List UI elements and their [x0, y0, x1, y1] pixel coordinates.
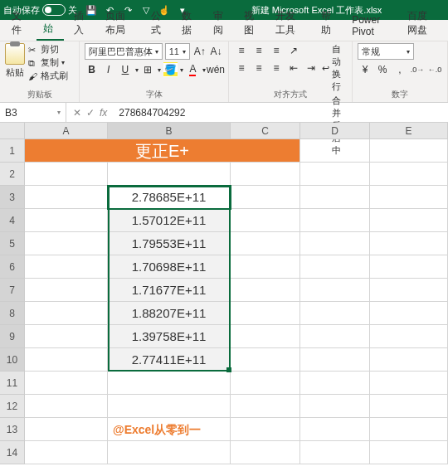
cell[interactable]: [231, 163, 300, 186]
increase-decimal-button[interactable]: .0→: [410, 62, 425, 77]
cell[interactable]: [300, 348, 370, 372]
font-color-button[interactable]: A: [186, 62, 200, 77]
indent-dec-button[interactable]: ⇤: [286, 61, 301, 75]
align-bottom-button[interactable]: ≡: [269, 43, 284, 58]
align-left-button[interactable]: ≡: [234, 61, 249, 75]
underline-button[interactable]: U: [118, 62, 132, 77]
cell[interactable]: [370, 232, 448, 255]
align-right-button[interactable]: ≡: [269, 61, 284, 75]
cell[interactable]: @Excel从零到一: [108, 418, 231, 441]
row-header[interactable]: 12: [0, 395, 25, 418]
cell[interactable]: 1.70698E+11: [108, 255, 231, 279]
percent-button[interactable]: %: [375, 62, 390, 77]
copy-button[interactable]: ⧉复制▾: [28, 56, 68, 69]
bold-button[interactable]: B: [85, 62, 99, 77]
tab-layout[interactable]: 页面布局: [99, 6, 141, 41]
row-header[interactable]: 2: [0, 163, 25, 186]
row-header[interactable]: 10: [0, 348, 25, 372]
spreadsheet-grid[interactable]: A B C D E 1更正E+232.78685E+1141.57012E+11…: [0, 123, 448, 464]
tab-file[interactable]: 文件: [5, 6, 33, 41]
cell[interactable]: [25, 395, 108, 418]
italic-button[interactable]: I: [101, 62, 115, 77]
cell[interactable]: [370, 348, 448, 372]
cell[interactable]: [25, 348, 108, 372]
row-header[interactable]: 7: [0, 279, 25, 302]
paste-icon[interactable]: [5, 43, 25, 65]
tab-formulas[interactable]: 公式: [144, 6, 173, 41]
cell[interactable]: [25, 372, 108, 395]
cell[interactable]: 2.78685E+11: [108, 186, 231, 209]
cell[interactable]: [370, 279, 448, 302]
row-header[interactable]: 4: [0, 209, 25, 232]
tab-dev[interactable]: 开发工具: [269, 6, 311, 41]
cell[interactable]: [108, 441, 231, 464]
cell[interactable]: [108, 163, 231, 186]
row-header[interactable]: 8: [0, 302, 25, 325]
autosave-toggle[interactable]: [42, 4, 66, 16]
cell[interactable]: [300, 395, 370, 418]
paste-label[interactable]: 粘贴: [6, 66, 24, 79]
font-size-combo[interactable]: 11▾: [165, 43, 190, 60]
cell[interactable]: [370, 209, 448, 232]
chevron-down-icon[interactable]: ▾: [135, 66, 139, 74]
cell[interactable]: [25, 209, 108, 232]
cell[interactable]: 1.57012E+11: [108, 209, 231, 232]
cell[interactable]: [231, 418, 300, 441]
comma-button[interactable]: ,: [392, 62, 407, 77]
row-header[interactable]: 5: [0, 232, 25, 255]
cell[interactable]: 1.39758E+11: [108, 325, 231, 348]
cell[interactable]: [300, 372, 370, 395]
cell[interactable]: [25, 186, 108, 209]
col-header-b[interactable]: B: [108, 123, 231, 139]
number-format-combo[interactable]: 常规▾: [358, 43, 414, 60]
cell[interactable]: [25, 302, 108, 325]
cell[interactable]: [231, 441, 300, 464]
row-header[interactable]: 1: [0, 139, 25, 163]
cell[interactable]: [231, 232, 300, 255]
cell[interactable]: [231, 302, 300, 325]
cell[interactable]: [300, 255, 370, 279]
cell[interactable]: 1.71677E+11: [108, 279, 231, 302]
tab-review[interactable]: 审阅: [207, 6, 235, 41]
currency-button[interactable]: ¥: [358, 62, 373, 77]
cell[interactable]: [300, 209, 370, 232]
col-header-a[interactable]: A: [25, 123, 108, 139]
cell[interactable]: [300, 279, 370, 302]
cell[interactable]: [300, 232, 370, 255]
decrease-font-button[interactable]: A↓: [209, 44, 223, 59]
cell[interactable]: [231, 325, 300, 348]
cell[interactable]: [370, 372, 448, 395]
cut-button[interactable]: ✂剪切: [28, 43, 68, 56]
wrap-text-button[interactable]: ↩自动换行: [322, 43, 347, 93]
cell[interactable]: [231, 255, 300, 279]
cell[interactable]: [300, 163, 370, 186]
row-header[interactable]: 6: [0, 255, 25, 279]
chevron-down-icon[interactable]: ▾: [180, 66, 183, 74]
tab-help[interactable]: 帮助: [314, 6, 343, 41]
cell[interactable]: [25, 255, 108, 279]
cell[interactable]: 1.79553E+11: [108, 232, 231, 255]
name-box[interactable]: B3▾: [0, 103, 66, 122]
indent-inc-button[interactable]: ⇥: [304, 61, 319, 75]
cell[interactable]: [231, 395, 300, 418]
row-header[interactable]: 13: [0, 418, 25, 441]
increase-font-button[interactable]: A↑: [192, 44, 207, 59]
cell[interactable]: [370, 139, 448, 163]
row-header[interactable]: 9: [0, 325, 25, 348]
align-center-button[interactable]: ≡: [251, 61, 266, 75]
tab-insert[interactable]: 插入: [67, 6, 95, 41]
cell[interactable]: [108, 372, 231, 395]
cell[interactable]: [370, 302, 448, 325]
col-header-c[interactable]: C: [231, 123, 300, 139]
cell[interactable]: [300, 325, 370, 348]
chevron-down-icon[interactable]: ▾: [158, 66, 161, 74]
cell[interactable]: 1.88207E+11: [108, 302, 231, 325]
col-header-e[interactable]: E: [370, 123, 448, 139]
tab-data[interactable]: 数据: [175, 6, 203, 41]
select-all-corner[interactable]: [0, 123, 25, 139]
row-header[interactable]: 11: [0, 372, 25, 395]
cell[interactable]: [300, 418, 370, 441]
cell[interactable]: [231, 209, 300, 232]
font-name-combo[interactable]: 阿里巴巴普惠体▾: [85, 43, 163, 60]
tab-baidu[interactable]: 百度网盘: [401, 6, 443, 41]
